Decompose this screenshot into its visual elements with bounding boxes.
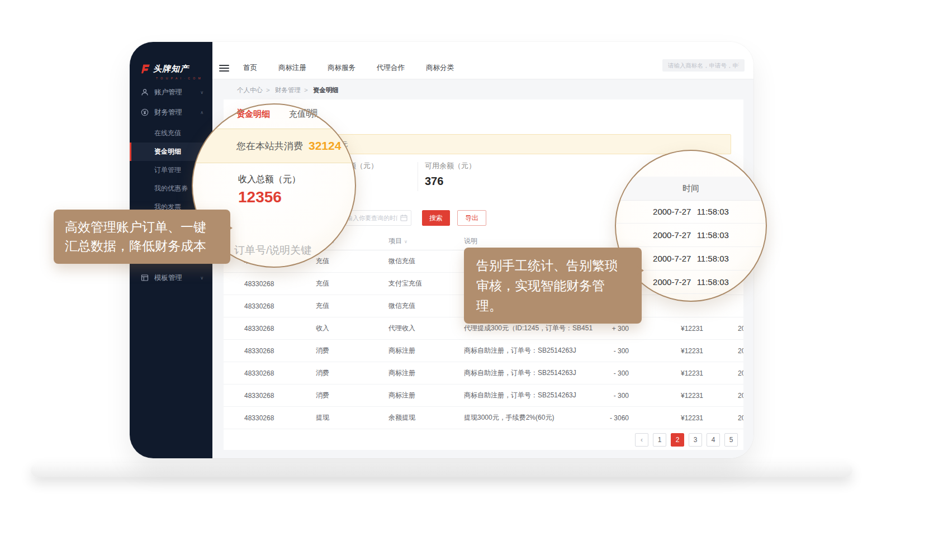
tooltip-text-line: 审核，实现智能财务管 bbox=[476, 276, 629, 296]
cell-project: 商标注册 bbox=[388, 346, 464, 355]
cell-desc: 提现3000元，手续费2%(60元) bbox=[464, 413, 592, 423]
chevron-up-icon: ∧ bbox=[200, 110, 203, 115]
brand-name: 头牌知产 bbox=[153, 64, 189, 74]
cell-type: 提现 bbox=[316, 413, 388, 423]
nav-tab[interactable]: 商标服务 bbox=[328, 63, 356, 73]
tooltip-arrow-icon bbox=[225, 223, 238, 233]
cell-order-no: 48330268 bbox=[244, 280, 316, 288]
cell-desc: 商标自助注册，订单号：SB2514263J bbox=[464, 346, 592, 355]
nav-tab[interactable]: 代理合作 bbox=[377, 63, 405, 73]
cell-desc: 代理提成300元（ID:1245，订单号：SB45124） bbox=[464, 324, 592, 333]
table-row: 48330268 消费 商标注册 商标自助注册，订单号：SB2514263J -… bbox=[224, 362, 743, 385]
sidebar-item-finance[interactable]: 财务管理 ∧ bbox=[130, 104, 212, 121]
cell-time: 2000-7-27 11:58:03 bbox=[703, 392, 743, 400]
cell-order-no: 48330268 bbox=[244, 325, 316, 333]
pagination-page-button[interactable]: 4 bbox=[707, 433, 720, 447]
cell-type: 消费 bbox=[316, 368, 388, 378]
cell-balance: ¥12231 bbox=[629, 369, 703, 377]
cell-time: 2000-7-27 11:58:03 bbox=[703, 414, 743, 422]
pagination-page-button[interactable]: 5 bbox=[724, 433, 738, 447]
page: 头牌知产 T O U P A I · C O M 账户管理 ∨ 财务管理 ∧ bbox=[0, 0, 948, 560]
cell-project: 余额提现 bbox=[388, 413, 464, 423]
breadcrumb-item[interactable]: 资金明细> bbox=[313, 87, 339, 93]
pagination-page-button[interactable]: 1 bbox=[653, 433, 666, 447]
nav-tab[interactable]: 商标注册 bbox=[278, 63, 306, 73]
cell-balance: ¥12231 bbox=[629, 325, 703, 333]
cell-type: 收入 bbox=[316, 324, 388, 333]
magnified-consumption-banner: 您在本站共消费 32124 bbox=[192, 129, 356, 163]
stat-divider bbox=[418, 162, 418, 191]
stat-balance: 可用余额（元） 376 bbox=[425, 161, 476, 188]
cell-amount: - 300 bbox=[592, 369, 629, 377]
cell-project: 微信充值 bbox=[388, 257, 464, 266]
breadcrumb: 个人中心> 财务管理> 资金明细> bbox=[237, 86, 339, 94]
finance-icon bbox=[141, 108, 149, 116]
cell-time: 2000-7-27 11:58:03 bbox=[703, 325, 743, 333]
cell-balance: ¥12231 bbox=[629, 392, 703, 400]
chevron-down-icon: ∨ bbox=[200, 276, 203, 281]
magnified-keyword-placeholder: 订单号/说明关键 bbox=[234, 243, 311, 258]
tooltip-text-line: 汇总数据，降低财务成本 bbox=[65, 237, 219, 256]
pagination-page-button[interactable]: 2 bbox=[671, 433, 684, 447]
cell-project: 代理收入 bbox=[388, 324, 464, 333]
magnified-time-header: 时间 bbox=[616, 177, 766, 201]
cell-type: 充值 bbox=[316, 257, 388, 266]
cell-order-no: 48330268 bbox=[244, 302, 316, 310]
sidebar-item-label: 模板管理 bbox=[154, 273, 182, 283]
cell-type: 消费 bbox=[316, 346, 388, 355]
chevron-down-icon: ∨ bbox=[200, 90, 203, 95]
nav-tab[interactable]: 首页 bbox=[243, 63, 257, 73]
cell-project: 微信充值 bbox=[388, 301, 464, 311]
cell-type: 消费 bbox=[316, 391, 388, 400]
cell-type: 充值 bbox=[316, 301, 388, 311]
nav-tab[interactable]: 商标分类 bbox=[426, 63, 454, 73]
cell-amount: + 300 bbox=[592, 325, 629, 333]
magnified-time-cell: 2000-7-27 11:58:03 bbox=[616, 200, 766, 224]
magnified-time-cell: 2000-7-27 11:58:03 bbox=[616, 224, 766, 247]
table-header-project[interactable]: 项目∨ bbox=[388, 236, 464, 246]
breadcrumb-item[interactable]: 财务管理> bbox=[275, 87, 313, 93]
search-input[interactable] bbox=[662, 59, 745, 72]
cell-project: 支付宝充值 bbox=[388, 279, 464, 288]
tooltip-text-line: 告别手工统计、告别繁琐 bbox=[476, 255, 629, 276]
laptop-base bbox=[31, 463, 852, 477]
magnified-income-label: 收入总额（元） bbox=[238, 174, 301, 186]
tooltip-text-line: 理。 bbox=[476, 296, 629, 316]
pagination-page-button[interactable]: 3 bbox=[689, 433, 702, 447]
sidebar-subitem-label: 订单管理 bbox=[154, 165, 181, 175]
cell-amount: - 300 bbox=[592, 392, 629, 400]
table-row: 48330268 提现 余额提现 提现3000元，手续费2%(60元) - 30… bbox=[224, 407, 743, 429]
tooltip-left: 高效管理账户订单、一键汇总数据，降低财务成本 bbox=[54, 210, 230, 264]
pagination-prev-button[interactable]: ‹ bbox=[635, 433, 648, 447]
cell-time: 2000-7-27 11:58:03 bbox=[703, 347, 743, 355]
search-button[interactable]: 搜索 bbox=[422, 210, 450, 226]
cell-balance: ¥12231 bbox=[629, 347, 703, 355]
sidebar-item-label: 账户管理 bbox=[154, 88, 182, 97]
breadcrumb-item[interactable]: 个人中心> bbox=[237, 87, 275, 93]
magnified-income-value: 12356 bbox=[238, 188, 282, 206]
sidebar-subitem-label: 在线充值 bbox=[154, 129, 181, 138]
cell-time: 2000-7-27 11:58:03 bbox=[703, 369, 743, 377]
sort-caret-icon: ∨ bbox=[404, 239, 407, 244]
sidebar-item-template[interactable]: 模板管理 ∨ bbox=[130, 269, 212, 286]
cell-order-no: 48330268 bbox=[244, 392, 316, 400]
sidebar-item-account[interactable]: 账户管理 ∨ bbox=[130, 84, 212, 101]
brand-logo-icon bbox=[139, 63, 150, 75]
brand-logo[interactable]: 头牌知产 bbox=[139, 62, 189, 75]
pagination: ‹ 12345 bbox=[635, 433, 738, 447]
table-row: 48330268 消费 商标注册 商标自助注册，订单号：SB2514263J -… bbox=[224, 340, 743, 362]
cell-order-no: 48330268 bbox=[244, 369, 316, 377]
cell-amount: - 3060 bbox=[592, 414, 629, 422]
sidebar-subitem[interactable]: 在线充值 bbox=[130, 124, 212, 143]
cell-project: 商标注册 bbox=[388, 391, 464, 400]
cell-desc: 商标自助注册，订单号：SB2514263J bbox=[464, 368, 592, 378]
tooltip-right: 告别手工统计、告别繁琐审核，实现智能财务管理。 bbox=[464, 248, 642, 324]
user-icon bbox=[141, 88, 149, 96]
template-icon bbox=[141, 274, 149, 282]
table-row: 48330268 消费 商标注册 商标自助注册，订单号：SB2514263J -… bbox=[224, 385, 743, 407]
export-button[interactable]: 导出 bbox=[457, 210, 486, 226]
hamburger-menu-icon[interactable] bbox=[219, 65, 229, 72]
cell-project: 商标注册 bbox=[388, 368, 464, 378]
cell-amount: - 300 bbox=[592, 347, 629, 355]
tooltip-arrow-icon bbox=[636, 265, 649, 276]
